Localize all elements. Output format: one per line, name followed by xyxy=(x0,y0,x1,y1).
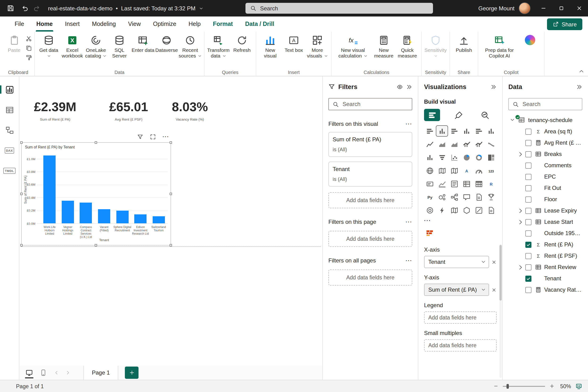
tab-format[interactable]: Format xyxy=(207,16,239,32)
eye-icon[interactable] xyxy=(397,84,403,90)
cut-icon[interactable] xyxy=(26,35,32,42)
avatar[interactable] xyxy=(519,2,530,14)
bar[interactable] xyxy=(152,216,165,223)
scrollbar-thumb[interactable] xyxy=(500,245,502,300)
copy-icon[interactable] xyxy=(26,45,32,51)
more-options-icon[interactable]: ··· xyxy=(406,258,412,264)
desktop-view-button[interactable] xyxy=(23,366,35,380)
field-checkbox[interactable] xyxy=(525,253,532,259)
viz-type-map[interactable] xyxy=(424,166,435,176)
new-measure-button[interactable]: New measure xyxy=(372,33,395,58)
excel-workbook-button[interactable]: XExcel workbook xyxy=(61,33,84,58)
zoom-in-button[interactable] xyxy=(549,384,554,389)
prep-data-for-copilot-ai-button[interactable]: Prep data for Copilot AI xyxy=(480,33,518,58)
field-checkbox[interactable] xyxy=(525,151,532,157)
viz-type-metrics[interactable] xyxy=(424,205,435,215)
selection-handle[interactable] xyxy=(20,244,22,246)
selection-handle[interactable] xyxy=(20,192,22,195)
filters-search[interactable]: Search xyxy=(328,98,412,110)
bar-chart-visual[interactable]: Sum of Rent (£ PA) by Tenant Sum of Rent… xyxy=(21,142,171,246)
enter-data-button[interactable]: Enter data xyxy=(132,33,154,53)
field-row-floor[interactable]: Floor xyxy=(508,194,582,205)
tab-home[interactable]: Home xyxy=(30,16,59,32)
user-name[interactable]: George Mount xyxy=(478,0,514,16)
format-painter-icon[interactable] xyxy=(26,54,32,61)
viz-type-stacked-column-chart[interactable] xyxy=(436,126,448,136)
report-view-button[interactable] xyxy=(4,84,15,95)
tab-view[interactable]: View xyxy=(122,16,147,32)
field-checkbox[interactable] xyxy=(525,185,532,191)
viz-type-slicer[interactable] xyxy=(448,178,460,189)
viz-type-line-chart[interactable] xyxy=(424,139,435,149)
kpi-card[interactable]: £2.39MSum of Rent (£ PA) xyxy=(34,100,76,122)
next-page-button[interactable] xyxy=(64,366,72,380)
field-checkbox[interactable] xyxy=(525,287,532,293)
expand-field-icon[interactable] xyxy=(517,219,524,225)
transform-data-button[interactable]: Transform data xyxy=(207,33,230,58)
collapse-pane-icon[interactable] xyxy=(490,84,496,90)
publish-button[interactable]: Publish xyxy=(452,33,476,53)
onelake-catalog-button[interactable]: OneLake catalog xyxy=(84,33,108,58)
dataverse-button[interactable]: Dataverse xyxy=(155,33,178,53)
expand-field-icon[interactable] xyxy=(517,151,524,157)
viz-type-line-and-clustered-column-chart[interactable] xyxy=(473,139,484,149)
viz-type-paginated-report[interactable] xyxy=(473,192,484,202)
viz-type-clustered-bar-chart[interactable] xyxy=(448,126,460,136)
minimize-button[interactable] xyxy=(534,0,552,16)
new-visual-button[interactable]: New visual xyxy=(259,33,282,58)
add-page-button[interactable] xyxy=(125,366,138,379)
tab-build-visual[interactable] xyxy=(424,109,440,121)
viz-type-azure-map[interactable]: A xyxy=(461,166,472,176)
viz-type-qa-visual[interactable] xyxy=(485,192,496,202)
more-visuals-button[interactable]: More visuals xyxy=(306,33,329,58)
dax-query-view-button[interactable]: DAX xyxy=(4,145,15,156)
focus-mode-icon[interactable] xyxy=(150,134,156,140)
x-axis-field-pill[interactable]: Tenant xyxy=(424,256,489,268)
sql-server-button[interactable]: SQL Server xyxy=(108,33,131,58)
text-box-button[interactable]: AText box xyxy=(282,33,305,53)
viz-type-stacked-bar-chart[interactable] xyxy=(424,126,435,136)
remove-field-button[interactable] xyxy=(492,287,496,292)
remove-field-button[interactable] xyxy=(492,259,496,264)
viz-type-python-visual[interactable]: Py xyxy=(424,192,435,202)
viz-type-power-automate[interactable] xyxy=(436,205,448,215)
viz-type-key-influencers[interactable] xyxy=(436,192,448,202)
redo-button[interactable] xyxy=(33,4,41,12)
viz-type-kpi[interactable] xyxy=(436,178,448,189)
field-row-rent-pa[interactable]: ΣRent (£ PA) xyxy=(508,239,582,250)
field-checkbox[interactable] xyxy=(525,196,532,202)
viz-type-treemap[interactable] xyxy=(485,152,496,162)
bar[interactable] xyxy=(62,201,74,223)
field-checkbox[interactable] xyxy=(525,219,532,225)
field-checkbox[interactable] xyxy=(525,230,532,236)
viz-type-funnel-chart[interactable] xyxy=(436,152,448,162)
more-options-icon[interactable]: ··· xyxy=(406,121,412,127)
prev-page-button[interactable] xyxy=(52,366,61,380)
bar[interactable] xyxy=(80,202,92,223)
zoom-out-button[interactable] xyxy=(493,384,498,389)
tmdl-view-button[interactable]: TMDL xyxy=(4,165,15,176)
bar[interactable] xyxy=(44,156,56,223)
viz-type-stacked-area-chart[interactable] xyxy=(448,139,460,149)
kpi-card[interactable]: £65.01Avg Rent (£ PSF) xyxy=(109,100,148,122)
tab-help[interactable]: Help xyxy=(182,16,206,32)
field-row-comments[interactable]: Comments xyxy=(508,160,582,171)
field-checkbox[interactable] xyxy=(525,242,532,248)
selection-handle[interactable] xyxy=(170,141,172,144)
viz-type-r-script-visual[interactable]: R xyxy=(485,178,496,189)
copilot-button[interactable] xyxy=(519,33,542,48)
tab-file[interactable]: File xyxy=(8,16,30,32)
viz-type-pie-chart[interactable] xyxy=(461,152,472,162)
dropdown-caret-icon[interactable] xyxy=(481,260,486,264)
add-data-fields-dropzone[interactable]: Add data fields here xyxy=(328,192,412,208)
undo-button[interactable] xyxy=(21,4,29,12)
field-row-vacancy-rate[interactable]: Vacancy Rate (%) xyxy=(508,284,582,296)
y-axis-field-pill[interactable]: Sum of Rent (£ PA) xyxy=(424,284,489,296)
fit-to-page-button[interactable] xyxy=(575,382,582,390)
filter-card[interactable]: Sum of Rent (£ PA)is (All) xyxy=(328,132,412,157)
bar[interactable] xyxy=(116,210,128,223)
viz-type-smart-narrative[interactable] xyxy=(461,192,472,202)
new-visual-calculation-button[interactable]: fxNew visual calculation xyxy=(334,33,372,58)
field-checkbox[interactable] xyxy=(525,128,532,134)
zoom-slider[interactable] xyxy=(503,386,545,386)
